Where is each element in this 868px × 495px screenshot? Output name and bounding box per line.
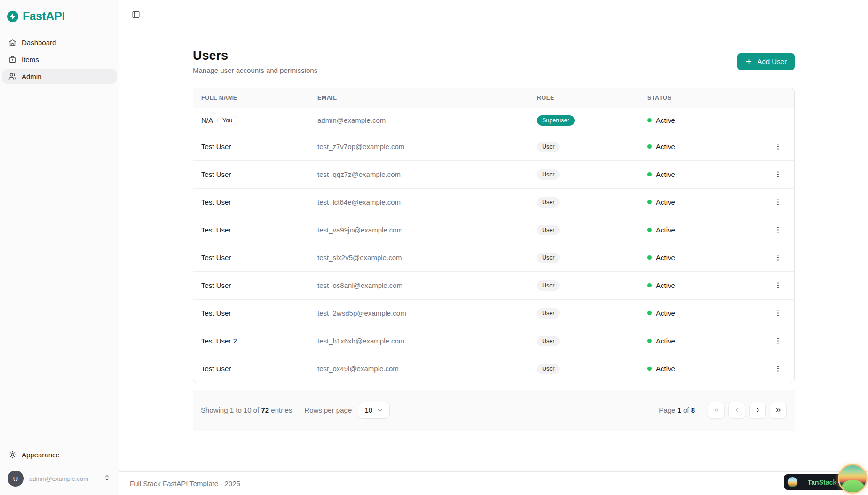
total-pages: 8 (691, 406, 695, 414)
briefcase-icon (8, 56, 16, 64)
row-actions-button[interactable] (771, 140, 785, 154)
rows-per-page-value: 10 (364, 406, 372, 414)
first-page-button[interactable] (708, 402, 725, 419)
avatar: U (8, 471, 24, 487)
column-header-email: EMAIL (309, 88, 529, 108)
add-user-label: Add User (757, 57, 787, 65)
role-badge: Superuser (537, 115, 575, 126)
table-row: Test User test_slx2v5@example.com User A… (193, 244, 794, 271)
user-email: test_b1x6xb@example.com (309, 327, 529, 355)
page-title: Users (193, 48, 317, 63)
total-entries-count: 72 (261, 406, 269, 414)
more-vertical-icon (774, 281, 782, 289)
row-actions-button[interactable] (771, 279, 785, 293)
status-label: Active (656, 281, 675, 289)
role-badge: User (537, 169, 560, 180)
table-row: N/A You admin@example.com Superuser Acti… (193, 108, 794, 133)
user-email: test_slx2v5@example.com (309, 244, 529, 271)
user-full-name: Test User (201, 226, 231, 234)
sidebar-item-items[interactable]: Items (2, 52, 117, 67)
status-dot-icon (647, 118, 652, 122)
status-label: Active (656, 309, 675, 317)
divider (803, 478, 803, 486)
status-dot-icon (647, 283, 652, 287)
table-row: Test User test_z7v7op@example.com User A… (193, 133, 794, 160)
user-email: test_z7v7op@example.com (309, 133, 529, 160)
topbar (119, 0, 868, 29)
sidebar-item-label: Dashboard (22, 39, 56, 47)
status-label: Active (656, 143, 675, 151)
sidebar-bottom: Appearance U admin@example.com (0, 447, 119, 488)
you-badge: You (217, 116, 237, 125)
user-email: test_ox49i@example.com (309, 355, 529, 383)
status-label: Active (656, 170, 675, 178)
next-page-button[interactable] (749, 402, 766, 419)
previous-page-button[interactable] (728, 402, 745, 419)
tanstack-logo-icon (787, 477, 798, 487)
sun-icon (8, 451, 16, 459)
home-icon (8, 39, 16, 47)
sidebar-nav: Dashboard Items Admin (0, 35, 119, 84)
row-actions-button[interactable] (771, 362, 785, 376)
sidebar-toggle-button[interactable] (129, 8, 143, 22)
status-dot-icon (647, 144, 652, 149)
status-dot-icon (647, 200, 652, 204)
row-actions-button[interactable] (771, 223, 785, 237)
role-badge: User (537, 364, 560, 374)
status-dot-icon (647, 172, 652, 176)
current-page: 1 (677, 406, 681, 414)
table-header-row: FULL NAME EMAIL ROLE STATUS (193, 88, 794, 108)
user-full-name: N/A (201, 116, 213, 124)
rows-per-page-label: Rows per page (304, 406, 352, 414)
appearance-button[interactable]: Appearance (2, 447, 117, 462)
status-dot-icon (647, 367, 652, 371)
users-icon (8, 72, 16, 80)
footer-text: Full Stack FastAPI Template - 2025 (130, 479, 240, 487)
table-row: Test User test_va99jo@example.com User A… (193, 216, 794, 244)
add-user-button[interactable]: Add User (737, 53, 795, 70)
more-vertical-icon (774, 170, 782, 178)
sidebar-item-dashboard[interactable]: Dashboard (2, 35, 117, 50)
row-actions-button[interactable] (771, 306, 785, 320)
page-subtitle: Manage user accounts and permissions (193, 66, 317, 74)
users-table-card: FULL NAME EMAIL ROLE STATUS N/A You admi… (193, 88, 795, 383)
more-vertical-icon (774, 198, 782, 206)
chevrons-right-icon (775, 407, 782, 414)
role-badge: User (537, 336, 560, 346)
pagination-bar: Showing 1 to 10 of 72 entries Rows per p… (193, 390, 795, 431)
status-dot-icon (647, 228, 652, 232)
more-vertical-icon (774, 226, 782, 234)
more-vertical-icon (774, 254, 782, 262)
row-actions-button[interactable] (771, 195, 785, 209)
row-actions-button[interactable] (771, 251, 785, 265)
page-indicator: Page 1 of 8 (659, 406, 695, 414)
row-actions-button[interactable] (771, 168, 785, 182)
more-vertical-icon (774, 309, 782, 317)
user-email: test_lct64e@example.com (309, 188, 529, 216)
tanstack-router-devtools-button[interactable] (838, 464, 868, 494)
showing-entries-label: Showing 1 to 10 of 72 entries (201, 406, 292, 414)
table-row: Test User test_os8anl@example.com User A… (193, 271, 794, 299)
rows-per-page-select[interactable]: 10 (358, 402, 390, 419)
fastapi-bolt-icon (7, 11, 18, 22)
column-header-status: STATUS (639, 88, 765, 108)
sidebar-item-admin[interactable]: Admin (2, 69, 117, 84)
user-full-name: Test User (201, 254, 231, 262)
column-header-role: ROLE (529, 88, 639, 108)
table-row: Test User test_ox49i@example.com User Ac… (193, 355, 794, 383)
users-table: FULL NAME EMAIL ROLE STATUS N/A You admi… (193, 88, 794, 383)
user-menu-button[interactable]: U admin@example.com (5, 469, 114, 488)
table-row: Test User test_qqz7z@example.com User Ac… (193, 160, 794, 188)
table-row: Test User test_lct64e@example.com User A… (193, 188, 794, 216)
more-vertical-icon (774, 365, 782, 373)
user-email: test_va99jo@example.com (309, 216, 529, 244)
last-page-button[interactable] (770, 402, 787, 419)
user-email-label: admin@example.com (29, 475, 98, 482)
status-dot-icon (647, 311, 652, 315)
panel-left-icon (132, 10, 140, 19)
row-actions-button[interactable] (771, 334, 785, 348)
users-table-body: N/A You admin@example.com Superuser Acti… (193, 108, 794, 383)
sidebar: FastAPI Dashboard Items Admin Appearance (0, 0, 119, 495)
chevron-left-icon (734, 407, 741, 414)
chevron-down-icon (377, 407, 383, 414)
